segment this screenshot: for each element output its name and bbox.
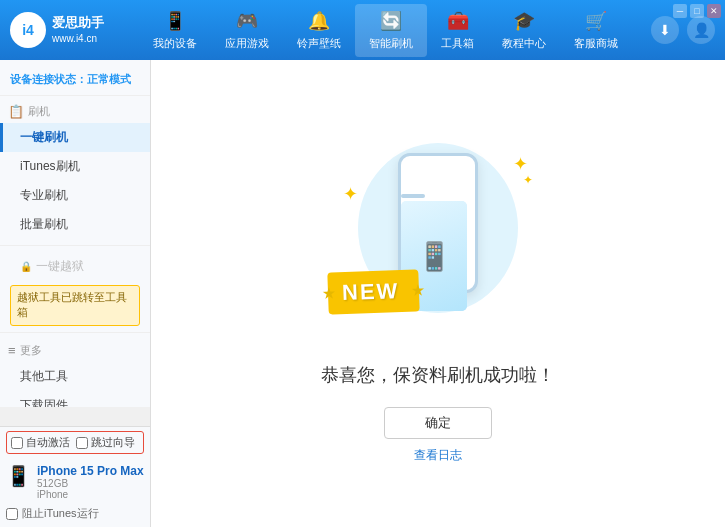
new-badge-text: NEW — [342, 278, 400, 305]
app-header: i4 爱思助手 www.i4.cn 📱 我的设备 🎮 应用游戏 🔔 铃声壁纸 🔄 — [0, 0, 725, 60]
other-tools-label: 其他工具 — [20, 369, 68, 383]
tab-my-device-label: 我的设备 — [153, 36, 197, 51]
pro-flash-label: 专业刷机 — [20, 188, 68, 202]
sidebar-status: 设备连接状态：正常模式 — [0, 68, 150, 96]
nav-tabs: 📱 我的设备 🎮 应用游戏 🔔 铃声壁纸 🔄 智能刷机 🧰 工具箱 🎓 — [120, 4, 651, 57]
itunes-row: 阻止iTunes运行 — [6, 504, 144, 523]
logo-text: 爱思助手 www.i4.cn — [52, 15, 104, 45]
sidebar-item-batch-flash[interactable]: 批量刷机 — [0, 210, 150, 239]
sidebar-bottom: 自动激活 跳过向导 📱 iPhone 15 Pro Max 512GB iPho… — [0, 426, 150, 527]
section-more: ≡ 更多 — [0, 339, 150, 362]
tab-apps-label: 应用游戏 — [225, 36, 269, 51]
toolbox-icon: 🧰 — [447, 10, 469, 32]
tab-tutorial[interactable]: 🎓 教程中心 — [488, 4, 560, 57]
quick-guide-checkbox[interactable]: 跳过向导 — [76, 435, 135, 450]
sidebar-divider-1 — [0, 245, 150, 246]
sidebar-one-key-jailbreak: 🔒 一键越狱 — [0, 252, 150, 281]
tab-ringtones-label: 铃声壁纸 — [297, 36, 341, 51]
tab-tutorial-label: 教程中心 — [502, 36, 546, 51]
user-button[interactable]: 👤 — [687, 16, 715, 44]
maximize-button[interactable]: □ — [690, 4, 704, 18]
device-name: iPhone 15 Pro Max — [37, 464, 144, 478]
sidebar-item-one-key-flash[interactable]: 一键刷机 — [0, 123, 150, 152]
tab-toolbox[interactable]: 🧰 工具箱 — [427, 4, 488, 57]
tab-apps-games[interactable]: 🎮 应用游戏 — [211, 4, 283, 57]
sidebar-inner: 设备连接状态：正常模式 📋 刷机 一键刷机 iTunes刷机 专业刷机 批量刷机 — [0, 60, 150, 407]
logo-area: i4 爱思助手 www.i4.cn — [10, 12, 120, 48]
section-more-title: 更多 — [20, 343, 42, 358]
app-title: 爱思助手 — [52, 15, 104, 32]
itunes-checkbox[interactable] — [6, 508, 18, 520]
success-image: ✦ ✦ ✦ 📱 NEW ★ ★ — [338, 123, 538, 343]
device-storage: 512GB — [37, 478, 144, 489]
itunes-flash-label: iTunes刷机 — [20, 159, 80, 173]
new-banner: NEW ★ ★ — [327, 269, 420, 314]
screen-icon: 📱 — [417, 240, 452, 273]
tab-service[interactable]: 🛒 客服商城 — [560, 4, 632, 57]
auto-activate-checkbox[interactable]: 自动激活 — [11, 435, 70, 450]
phone-speaker — [401, 194, 425, 198]
device-info: 📱 iPhone 15 Pro Max 512GB iPhone — [6, 460, 144, 504]
apps-icon: 🎮 — [236, 10, 258, 32]
one-key-flash-label: 一键刷机 — [20, 130, 68, 144]
tab-smart-flash[interactable]: 🔄 智能刷机 — [355, 4, 427, 57]
sidebar-scroll: 设备连接状态：正常模式 📋 刷机 一键刷机 iTunes刷机 专业刷机 批量刷机 — [0, 60, 150, 407]
section-flash-title: 刷机 — [28, 104, 50, 119]
sidebar-divider-2 — [0, 332, 150, 333]
sidebar-item-other-tools[interactable]: 其他工具 — [0, 362, 150, 391]
sidebar-item-pro-flash[interactable]: 专业刷机 — [0, 181, 150, 210]
device-details: iPhone 15 Pro Max 512GB iPhone — [37, 464, 144, 500]
sidebar: 设备连接状态：正常模式 📋 刷机 一键刷机 iTunes刷机 专业刷机 批量刷机 — [0, 60, 150, 527]
tab-service-label: 客服商城 — [574, 36, 618, 51]
log-link[interactable]: 查看日志 — [414, 447, 462, 464]
sidebar-item-download-firmware[interactable]: 下载固件 — [0, 391, 150, 407]
confirm-label: 确定 — [425, 415, 451, 430]
app-subtitle: www.i4.cn — [52, 32, 104, 45]
itunes-label: 阻止iTunes运行 — [22, 506, 99, 521]
header-right: ⬇ 👤 — [651, 16, 715, 44]
batch-flash-label: 批量刷机 — [20, 217, 68, 231]
lock-icon: 🔒 — [20, 261, 32, 272]
sidebar-item-itunes-flash[interactable]: iTunes刷机 — [0, 152, 150, 181]
status-value: 正常模式 — [87, 73, 131, 85]
tab-ringtones[interactable]: 🔔 铃声壁纸 — [283, 4, 355, 57]
download-firmware-label: 下载固件 — [20, 398, 68, 407]
window-controls: ─ □ ✕ — [673, 4, 721, 18]
log-link-label: 查看日志 — [414, 448, 462, 462]
tab-smart-flash-label: 智能刷机 — [369, 36, 413, 51]
tab-my-device[interactable]: 📱 我的设备 — [139, 4, 211, 57]
sidebar-notice: 越狱工具已跳转至工具箱 — [10, 285, 140, 326]
device-icon: 📱 — [164, 10, 186, 32]
quick-guide-input[interactable] — [76, 437, 88, 449]
minimize-button[interactable]: ─ — [673, 4, 687, 18]
auto-activate-input[interactable] — [11, 437, 23, 449]
status-label: 设备连接状态： — [10, 73, 87, 85]
flash-section-icon: 📋 — [8, 104, 24, 119]
close-button[interactable]: ✕ — [707, 4, 721, 18]
sparkle-icon-2: ✦ — [343, 183, 358, 205]
confirm-button[interactable]: 确定 — [384, 407, 492, 439]
sparkle-icon-1: ✦ — [513, 153, 528, 175]
smart-flash-icon: 🔄 — [380, 10, 402, 32]
download-button[interactable]: ⬇ — [651, 16, 679, 44]
device-type: iPhone — [37, 489, 144, 500]
quick-guide-label: 跳过向导 — [91, 435, 135, 450]
jailbreak-label: 一键越狱 — [36, 258, 84, 275]
star-icon-left: ★ — [322, 284, 337, 303]
content-area: ✦ ✦ ✦ 📱 NEW ★ ★ 恭喜您，保资料刷机成功啦！ 确定 — [150, 60, 725, 527]
auto-row: 自动激活 跳过向导 — [6, 431, 144, 454]
service-icon: 🛒 — [585, 10, 607, 32]
more-section-icon: ≡ — [8, 343, 16, 358]
device-phone-icon: 📱 — [6, 464, 31, 488]
logo-icon: i4 — [10, 12, 46, 48]
star-icon-right: ★ — [411, 281, 426, 300]
main-content: 设备连接状态：正常模式 📋 刷机 一键刷机 iTunes刷机 专业刷机 批量刷机 — [0, 60, 725, 527]
auto-activate-label: 自动激活 — [26, 435, 70, 450]
section-flash: 📋 刷机 — [0, 100, 150, 123]
tab-toolbox-label: 工具箱 — [441, 36, 474, 51]
success-message: 恭喜您，保资料刷机成功啦！ — [321, 363, 555, 387]
sparkle-icon-3: ✦ — [523, 173, 533, 187]
tutorial-icon: 🎓 — [513, 10, 535, 32]
ringtone-icon: 🔔 — [308, 10, 330, 32]
notice-text: 越狱工具已跳转至工具箱 — [17, 291, 127, 318]
